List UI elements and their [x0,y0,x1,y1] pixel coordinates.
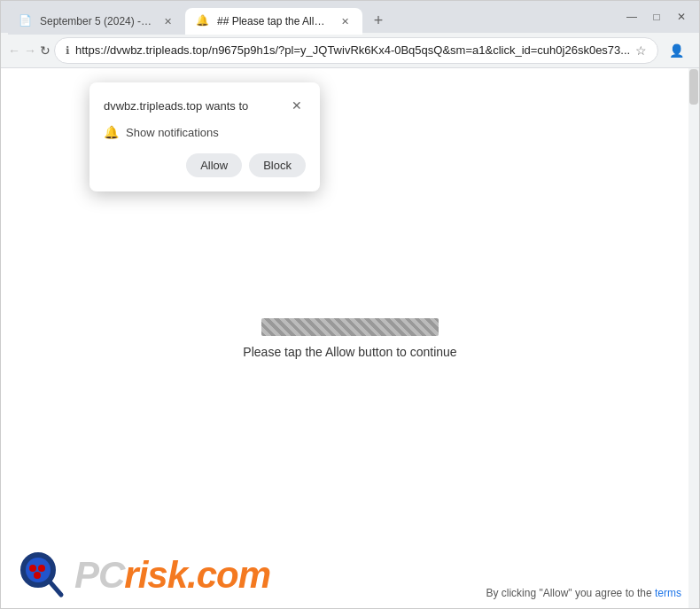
footer-logo-area: PCrisk.com [19,550,270,599]
scrollbar-thumb[interactable] [689,69,698,105]
popup-buttons: Allow Block [104,153,306,177]
tab-2-close-icon[interactable]: ✕ [338,14,352,28]
title-bar: 📄 September 5 (2024) - YTS - Do... ✕ 🔔 #… [1,1,699,33]
tab-1-favicon: 📄 [19,14,33,28]
permission-popup: dvwbz.tripleads.top wants to ✕ 🔔 Show no… [89,82,320,191]
address-bar[interactable]: ℹ https://dvwbz.tripleads.top/n9675p9h1s… [54,37,658,64]
scrollbar[interactable] [688,68,699,608]
svg-point-4 [34,572,41,579]
nav-extras: 👤 ⋮ [662,36,700,65]
pcrisk-icon [19,550,67,599]
allow-button[interactable]: Allow [186,153,242,177]
popup-permission-row: 🔔 Show notifications [104,125,306,139]
progress-bar [261,318,439,336]
forward-icon: → [24,43,36,58]
browser-window: 📄 September 5 (2024) - YTS - Do... ✕ 🔔 #… [0,0,700,609]
close-button[interactable]: ✕ [671,6,692,27]
popup-title: dvwbz.tripleads.top wants to [104,99,248,113]
popup-header: dvwbz.tripleads.top wants to ✕ [104,97,306,114]
address-text: https://dvwbz.tripleads.top/n9675p9h1s/?… [75,43,630,57]
minimize-button[interactable]: — [621,6,642,27]
block-button[interactable]: Block [249,153,306,177]
window-controls: — □ ✕ [621,6,692,27]
bottom-right-disclaimer: By clicking "Allow" you agree to the ter… [486,587,681,599]
bell-icon: 🔔 [104,125,119,139]
back-icon: ← [8,43,20,58]
terms-link[interactable]: terms [655,587,681,599]
risk-orange-text: risk [124,554,187,596]
maximize-button[interactable]: □ [646,6,667,27]
disclaimer-text: By clicking "Allow" you agree to the [486,587,651,599]
tab-2[interactable]: 🔔 ## Please tap the Allow button... ✕ [185,8,362,35]
tab-1-close-icon[interactable]: ✕ [160,14,175,28]
refresh-button[interactable]: ↻ [40,36,51,65]
popup-close-icon[interactable]: ✕ [288,97,306,114]
dotcom-text: .com [187,554,270,596]
tab-1[interactable]: 📄 September 5 (2024) - YTS - Do... ✕ [8,8,185,35]
page-instruction: Please tap the Allow button to continue [243,345,456,359]
profile-icon: 👤 [669,43,684,58]
menu-button[interactable]: ⋮ [692,36,700,65]
bookmark-icon[interactable]: ☆ [635,43,647,58]
tab-1-title: September 5 (2024) - YTS - Do... [40,15,153,27]
tab-2-favicon: 🔔 [196,14,210,28]
nav-bar: ← → ↻ ℹ https://dvwbz.tripleads.top/n967… [1,33,699,68]
refresh-icon: ↻ [40,43,51,58]
tab-bar: 📄 September 5 (2024) - YTS - Do... ✕ 🔔 #… [8,1,611,33]
tab-2-title: ## Please tap the Allow button... [217,15,331,27]
new-tab-button[interactable]: + [366,8,391,33]
pc-text: PC [74,554,124,596]
popup-permission-text: Show notifications [126,126,219,139]
address-security-icon: ℹ [66,44,70,57]
svg-point-2 [29,565,36,572]
progress-bar-container [261,318,439,336]
svg-point-3 [38,565,45,572]
pcrisk-text-logo: PCrisk.com [74,554,270,597]
profile-button[interactable]: 👤 [662,36,690,65]
page-content: dvwbz.tripleads.top wants to ✕ 🔔 Show no… [1,68,699,608]
svg-line-5 [50,582,61,595]
back-button[interactable]: ← [8,36,20,65]
forward-button[interactable]: → [24,36,36,65]
